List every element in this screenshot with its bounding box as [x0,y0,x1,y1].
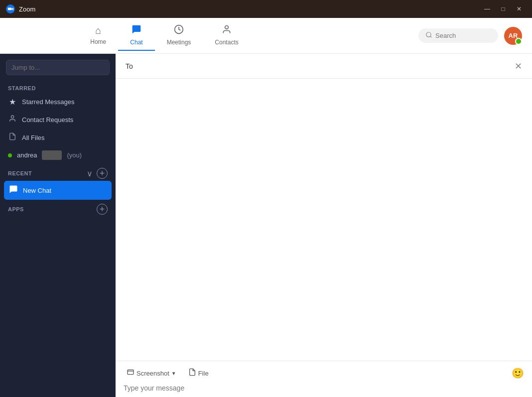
starred-section-label: STARRED [0,81,116,93]
topnav-right: AR [418,27,522,45]
search-icon [425,31,432,40]
minimize-button[interactable]: — [480,4,494,14]
recent-section-label: RECENT [8,170,32,176]
file-button[interactable]: File [185,366,212,380]
tab-contacts-label: Contacts [215,39,238,46]
andrea-name: andrea [17,151,37,159]
recent-section-row: RECENT ∨ + [0,164,116,181]
user-avatar[interactable]: AR [504,27,522,45]
chat-messages-area[interactable] [116,79,532,361]
tab-chat-label: Chat [130,39,142,46]
titlebar: Zoom — □ ✕ [0,0,532,18]
tab-home[interactable]: ⌂ Home [78,21,118,50]
star-icon: ★ [8,97,17,107]
tab-contacts[interactable]: Contacts [203,20,250,51]
online-status-indicator [8,153,12,157]
search-input[interactable] [435,32,491,39]
tab-meetings[interactable]: Meetings [155,20,203,51]
zoom-logo-icon [6,4,15,13]
chat-icon [132,24,141,37]
starred-messages-label: Starred Messages [22,98,75,106]
all-files-label: All Files [22,134,45,141]
file-icon [188,368,196,378]
apps-add-button[interactable]: + [97,204,108,215]
app-body: ⌂ Home Chat Meetings [0,18,532,397]
chat-to-label: To [126,62,133,70]
file-label: File [198,370,209,377]
chat-footer: Screenshot ▼ File 🙂 [116,361,532,397]
content-area: STARRED ★ Starred Messages Contact Reque… [0,54,532,397]
sidebar-item-andrea[interactable]: andrea (you) [0,146,116,164]
emoji-button[interactable]: 🙂 [512,367,524,379]
sidebar-item-all-files[interactable]: All Files [0,129,116,146]
close-button[interactable]: ✕ [512,4,526,14]
chat-toolbar: Screenshot ▼ File 🙂 [124,366,524,380]
new-chat-add-button[interactable]: + [97,168,108,179]
all-files-icon [8,132,17,142]
app-title: Zoom [19,5,35,13]
sidebar: STARRED ★ Starred Messages Contact Reque… [0,54,116,397]
search-bar[interactable] [418,28,498,43]
sidebar-item-new-chat[interactable]: New Chat [4,181,112,200]
contacts-icon [222,24,232,37]
tab-meetings-label: Meetings [167,39,191,46]
contact-requests-icon [8,115,17,125]
window-controls: — □ ✕ [480,4,526,14]
message-input[interactable] [124,384,524,392]
svg-point-2 [225,26,229,29]
svg-line-4 [430,36,432,38]
chat-header: To ✕ [116,54,532,79]
andrea-blurred-name [42,150,62,160]
topnav: ⌂ Home Chat Meetings [0,18,532,54]
andrea-you-label: (you) [67,151,82,159]
svg-point-5 [11,116,13,118]
svg-rect-6 [128,370,133,374]
home-icon: ⌂ [95,25,101,36]
nav-tabs: ⌂ Home Chat Meetings [0,20,418,51]
meetings-icon [174,24,184,37]
apps-section-row: APPS + [0,200,116,217]
sidebar-item-contact-requests[interactable]: Contact Requests [0,111,116,129]
chat-close-icon: ✕ [515,61,522,72]
tab-chat[interactable]: Chat [118,20,154,51]
screenshot-button[interactable]: Screenshot ▼ [124,366,179,380]
screenshot-dropdown-icon: ▼ [171,371,176,376]
recent-expand-button[interactable]: ∨ [85,168,95,178]
screenshot-label: Screenshot [136,370,169,377]
maximize-button[interactable]: □ [496,4,510,14]
contact-requests-label: Contact Requests [22,116,73,124]
new-chat-label: New Chat [23,187,51,194]
apps-section-label: APPS [8,206,24,212]
chat-close-button[interactable]: ✕ [515,61,522,72]
screenshot-icon [127,368,134,378]
sidebar-item-starred-messages[interactable]: ★ Starred Messages [0,93,116,111]
chat-area: To ✕ Screen [116,54,532,397]
new-chat-icon [9,185,18,196]
jump-to-input[interactable] [6,60,110,75]
tab-home-label: Home [90,38,106,45]
titlebar-left: Zoom [6,4,35,13]
chat-footer-bottom [124,384,524,392]
svg-point-3 [426,32,431,37]
